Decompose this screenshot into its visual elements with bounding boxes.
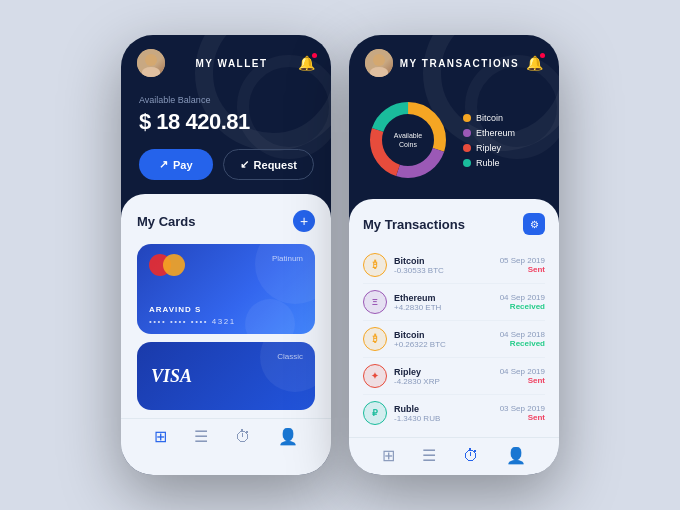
tx-info: Bitcoin +0.26322 BTC bbox=[394, 330, 500, 349]
wallet-phone: MY WALLET 🔔 Available Balance $ 18 420.8… bbox=[121, 35, 331, 475]
legend-bitcoin: Bitcoin bbox=[463, 113, 515, 123]
ethereum-dot bbox=[463, 129, 471, 137]
tx-coin-name: Ethereum bbox=[394, 293, 500, 303]
notification-dot bbox=[312, 53, 317, 58]
coin-icon: ₿ bbox=[363, 253, 387, 277]
tx-info: Ruble -1.3430 RUB bbox=[394, 404, 500, 423]
tx-item: ✦ Ripley -4.2830 XRP 04 Sep 2019 Sent bbox=[363, 358, 545, 395]
tx-status: Received bbox=[500, 302, 545, 311]
tx-info: Bitcoin -0.30533 BTC bbox=[394, 256, 500, 275]
card-number: •••• •••• •••• 4321 bbox=[149, 317, 236, 326]
nav-history-icon[interactable]: ⏱ bbox=[235, 428, 251, 446]
tx-coin-name: Ruble bbox=[394, 404, 500, 414]
tx-amount: +4.2830 ETH bbox=[394, 303, 500, 312]
tx-meta: 05 Sep 2019 Sent bbox=[500, 256, 545, 274]
legend-ripley: Ripley bbox=[463, 143, 515, 153]
donut-chart: AvailableCoins bbox=[363, 95, 453, 185]
ripley-label: Ripley bbox=[476, 143, 501, 153]
cards-section: My Cards + Platinum ARAVIND S •••• •••• … bbox=[121, 194, 331, 475]
tx-item: ₿ Bitcoin +0.26322 BTC 04 Sep 2018 Recei… bbox=[363, 321, 545, 358]
nav-cards-icon[interactable]: ☰ bbox=[194, 427, 208, 446]
tx-date: 04 Sep 2018 bbox=[500, 330, 545, 339]
avatar bbox=[137, 49, 165, 77]
filter-button[interactable]: ⚙ bbox=[523, 213, 545, 235]
wallet-header: MY WALLET 🔔 bbox=[121, 35, 331, 85]
cards-title: My Cards bbox=[137, 214, 196, 229]
legend: Bitcoin Ethereum Ripley Ruble bbox=[463, 113, 515, 168]
tx-amount: -1.3430 RUB bbox=[394, 414, 500, 423]
tx-amount: +0.26322 BTC bbox=[394, 340, 500, 349]
tx-list-title: My Transactions bbox=[363, 217, 465, 232]
wallet-title: MY WALLET bbox=[195, 58, 267, 69]
tx-status: Received bbox=[500, 339, 545, 348]
add-card-button[interactable]: + bbox=[293, 210, 315, 232]
tx-item: ₿ Bitcoin -0.30533 BTC 05 Sep 2019 Sent bbox=[363, 247, 545, 284]
tx-list-header: My Transactions ⚙ bbox=[363, 213, 545, 235]
bell-icon-tx[interactable]: 🔔 bbox=[526, 55, 543, 71]
tx-status: Sent bbox=[500, 265, 545, 274]
tx-date: 04 Sep 2019 bbox=[500, 293, 545, 302]
tx-coin-name: Bitcoin bbox=[394, 330, 500, 340]
nav-wallet-icon-tx[interactable]: ⊞ bbox=[382, 446, 395, 465]
balance-label: Available Balance bbox=[139, 95, 313, 105]
nav-wallet-icon[interactable]: ⊞ bbox=[154, 427, 167, 446]
legend-ruble: Ruble bbox=[463, 158, 515, 168]
donut-label: AvailableCoins bbox=[394, 131, 422, 149]
request-button[interactable]: ↙ Request bbox=[223, 149, 314, 180]
nav-profile-icon-tx[interactable]: 👤 bbox=[506, 446, 526, 465]
visa-logo: VISA bbox=[151, 366, 192, 387]
bottom-nav: ⊞ ☰ ⏱ 👤 bbox=[121, 418, 331, 454]
nav-history-icon-tx[interactable]: ⏱ bbox=[463, 447, 479, 465]
legend-ethereum: Ethereum bbox=[463, 128, 515, 138]
tx-amount: -0.30533 BTC bbox=[394, 266, 500, 275]
tx-date: 05 Sep 2019 bbox=[500, 256, 545, 265]
balance-amount: $ 18 420.81 bbox=[139, 109, 313, 135]
nav-cards-icon-tx[interactable]: ☰ bbox=[422, 446, 436, 465]
coin-icon: ₿ bbox=[363, 327, 387, 351]
ethereum-label: Ethereum bbox=[476, 128, 515, 138]
card-type-label: Classic bbox=[277, 352, 303, 361]
tx-meta: 04 Sep 2019 Received bbox=[500, 293, 545, 311]
tx-status: Sent bbox=[500, 376, 545, 385]
transactions-phone: MY TRANSACTIONS 🔔 AvailableCoins bbox=[349, 35, 559, 475]
credit-card-mastercard[interactable]: Platinum ARAVIND S •••• •••• •••• 4321 bbox=[137, 244, 315, 334]
coin-icon: ₽ bbox=[363, 401, 387, 425]
tx-meta: 04 Sep 2019 Sent bbox=[500, 367, 545, 385]
tx-meta: 04 Sep 2018 Received bbox=[500, 330, 545, 348]
ripley-dot bbox=[463, 144, 471, 152]
tx-amount: -4.2830 XRP bbox=[394, 377, 500, 386]
balance-section: Available Balance $ 18 420.81 ↗ Pay ↙ Re… bbox=[121, 85, 331, 194]
coin-icon: ✦ bbox=[363, 364, 387, 388]
tx-coin-name: Bitcoin bbox=[394, 256, 500, 266]
tx-info: Ripley -4.2830 XRP bbox=[394, 367, 500, 386]
nav-profile-icon[interactable]: 👤 bbox=[278, 427, 298, 446]
bell-icon[interactable]: 🔔 bbox=[298, 55, 315, 71]
pay-button[interactable]: ↗ Pay bbox=[139, 149, 213, 180]
mastercard-logo bbox=[149, 254, 185, 276]
request-arrow-icon: ↙ bbox=[240, 158, 249, 171]
tx-info: Ethereum +4.2830 ETH bbox=[394, 293, 500, 312]
tx-list-section: My Transactions ⚙ ₿ Bitcoin -0.30533 BTC… bbox=[349, 199, 559, 475]
wallet-actions: ↗ Pay ↙ Request bbox=[139, 149, 313, 180]
tx-status: Sent bbox=[500, 413, 545, 422]
tx-header: MY TRANSACTIONS 🔔 bbox=[349, 35, 559, 87]
chart-section: AvailableCoins Bitcoin Ethereum Ripley bbox=[349, 87, 559, 199]
tx-coin-name: Ripley bbox=[394, 367, 500, 377]
bitcoin-dot bbox=[463, 114, 471, 122]
tx-meta: 03 Sep 2019 Sent bbox=[500, 404, 545, 422]
tx-title: MY TRANSACTIONS bbox=[400, 58, 520, 69]
ruble-dot bbox=[463, 159, 471, 167]
tx-list: ₿ Bitcoin -0.30533 BTC 05 Sep 2019 Sent … bbox=[363, 247, 545, 431]
pay-arrow-icon: ↗ bbox=[159, 158, 168, 171]
tx-date: 03 Sep 2019 bbox=[500, 404, 545, 413]
card-type-label: Platinum bbox=[272, 254, 303, 263]
notification-dot-tx bbox=[540, 53, 545, 58]
bottom-nav-tx: ⊞ ☰ ⏱ 👤 bbox=[349, 437, 559, 473]
ruble-label: Ruble bbox=[476, 158, 500, 168]
card-holder: ARAVIND S bbox=[149, 305, 201, 314]
avatar-tx bbox=[365, 49, 393, 77]
cards-header: My Cards + bbox=[137, 210, 315, 232]
credit-card-visa[interactable]: VISA Classic bbox=[137, 342, 315, 410]
tx-item: Ξ Ethereum +4.2830 ETH 04 Sep 2019 Recei… bbox=[363, 284, 545, 321]
bitcoin-label: Bitcoin bbox=[476, 113, 503, 123]
